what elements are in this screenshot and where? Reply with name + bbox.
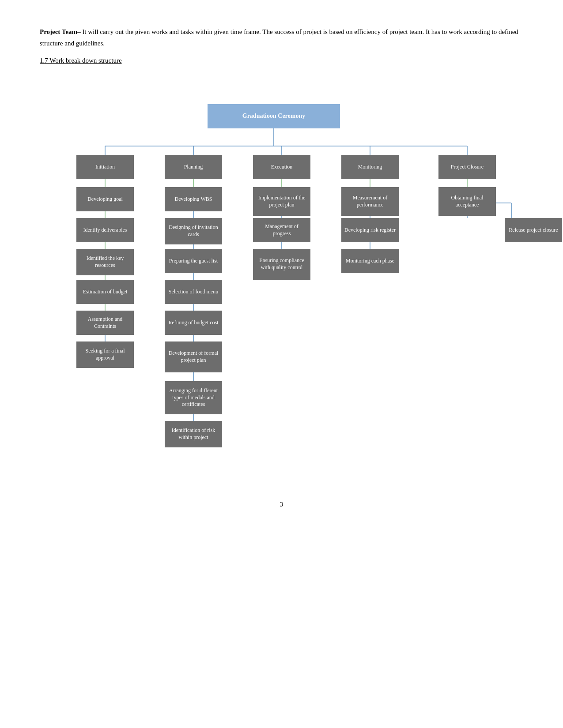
node-release-closure: Release project closure <box>505 218 562 242</box>
header-initiation: Initiation <box>76 155 134 179</box>
bold-label: Project Team <box>40 28 77 35</box>
node-identification-risk: Identification of risk within project <box>165 421 222 447</box>
node-designing-invitation: Designing of invitation cards <box>165 218 222 244</box>
section-heading: 1.7 Work break down structure <box>40 57 523 64</box>
page-number: 3 <box>40 501 523 508</box>
node-developing-goal: Developing goal <box>76 187 134 211</box>
wbs-diagram: Graduatioon Ceremony Initiation Planning… <box>40 78 523 484</box>
node-management-progress: Management of progress <box>253 218 310 242</box>
node-estimation-budget: Estimation of budget <box>76 280 134 304</box>
node-obtaining-acceptance: Obtaining final acceptance <box>438 187 496 216</box>
node-monitoring-phase: Monitoring each phase <box>341 249 399 273</box>
node-assumption: Assumption and Contraints <box>76 311 134 335</box>
header-planning: Planning <box>165 155 222 179</box>
node-dev-formal-plan: Development of formal project plan <box>165 341 222 372</box>
header-monitoring: Monitoring <box>341 155 399 179</box>
root-node: Graduatioon Ceremony <box>208 104 340 128</box>
node-seeking-approval: Seeking for a final approval <box>76 341 134 368</box>
node-measurement-perf: Measurement of performance <box>341 187 399 216</box>
node-implementation: Implementation of the project plan <box>253 187 310 216</box>
node-dev-risk-register: Developing risk register <box>341 218 399 242</box>
node-key-resources: Identified the key resources <box>76 249 134 275</box>
node-refining-budget: Refining of budget cost <box>165 311 222 335</box>
node-developing-wbs: Developing WBS <box>165 187 222 211</box>
node-selection-food: Selection of food menu <box>165 280 222 304</box>
node-arranging-medals: Arranging for different types of medals … <box>165 381 222 414</box>
node-preparing-guest: Preparing the guest list <box>165 249 222 273</box>
node-ensuring-compliance: Ensuring compliance with quality control <box>253 249 310 280</box>
header-execution: Execution <box>253 155 310 179</box>
intro-paragraph: Project Team– It will carry out the give… <box>40 26 523 49</box>
node-identify-deliverables: Identify deliverables <box>76 218 134 242</box>
header-closure: Project Closure <box>438 155 496 179</box>
